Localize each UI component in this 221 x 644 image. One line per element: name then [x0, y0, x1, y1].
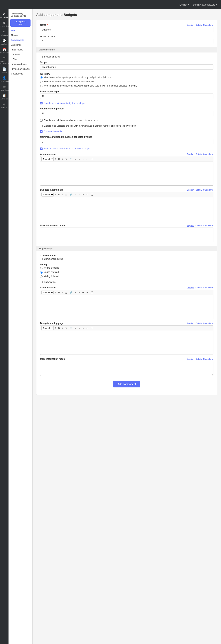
voting-finished-radio[interactable]	[40, 276, 42, 278]
more-info-lang-english[interactable]: English	[187, 224, 194, 226]
toolbar-underline-btn[interactable]: U	[64, 157, 68, 161]
step-bl-format-select[interactable]: Normal	[42, 326, 54, 330]
nav-item-files[interactable]: Files	[8, 57, 32, 62]
voting-enabled-radio[interactable]	[40, 271, 42, 274]
step-announcement-editor[interactable]	[40, 295, 214, 319]
more-info-modal-textarea[interactable]	[40, 228, 214, 242]
budgets-landing-editor[interactable]	[40, 197, 214, 221]
enable-min-budget-checkbox[interactable]	[40, 102, 42, 104]
step-more-info-lang-english[interactable]: English	[187, 358, 194, 360]
bl-toolbar-outdent-btn[interactable]: ⇤	[86, 193, 89, 196]
sidebar-item-processes[interactable]: ⚙ Processes	[0, 11, 8, 20]
sbl-toolbar-italic-btn[interactable]: I	[54, 326, 57, 330]
sa-toolbar-indent-btn[interactable]: ⇥	[81, 291, 85, 294]
step-announcement-lang-catala[interactable]: Català	[196, 286, 202, 289]
toolbar-outdent-btn[interactable]: ⇤	[86, 157, 89, 161]
language-selector[interactable]: English ▾	[180, 3, 190, 6]
sbl-toolbar-fullscreen-btn[interactable]: ⛶	[90, 326, 94, 330]
actions-permissions-checkbox-row[interactable]: Actions permissions can be set for each …	[40, 147, 214, 150]
show-votes-checkbox[interactable]	[40, 281, 42, 283]
sa-toolbar-outdent-btn[interactable]: ⇤	[86, 291, 89, 294]
more-info-lang-castellano[interactable]: Castellano	[203, 224, 214, 226]
bl-toolbar-ul-btn[interactable]: ≡	[74, 193, 77, 196]
bl-toolbar-italic-btn2[interactable]: I	[61, 193, 64, 196]
step-announcement-lang-english[interactable]: English	[187, 286, 194, 289]
voting-finished-row[interactable]: Voting finished	[40, 275, 214, 278]
toolbar-format-select[interactable]: Normal	[42, 157, 54, 161]
step-bl-lang-castellano[interactable]: Castellano	[203, 322, 214, 324]
bl-toolbar-bold-btn[interactable]: B	[57, 193, 61, 196]
bl-toolbar-italic-btn[interactable]: I	[54, 193, 57, 196]
workflow-vote-all-row[interactable]: Vote in all: allows participants to vote…	[40, 80, 214, 83]
lang-tab-catala[interactable]: Català	[196, 24, 202, 26]
toolbar-fullscreen-btn[interactable]: ⛶	[90, 157, 94, 161]
vote-threshold-input[interactable]	[40, 111, 214, 116]
scopes-enabled-checkbox-row[interactable]: Scopes enabled	[40, 56, 214, 58]
voting-disabled-radio[interactable]	[40, 267, 42, 269]
step-announcement-lang-castellano[interactable]: Castellano	[203, 286, 214, 289]
budgets-landing-format-select[interactable]: Normal	[42, 193, 54, 196]
sa-toolbar-underline-btn[interactable]: U	[64, 291, 68, 294]
sidebar-item-pages[interactable]: 📄 Pages	[0, 66, 8, 75]
sa-toolbar-italic-btn[interactable]: I	[54, 291, 57, 294]
comments-enabled-checkbox[interactable]	[40, 130, 42, 133]
budgets-landing-lang-castellano[interactable]: Castellano	[203, 189, 214, 191]
step-more-info-lang-castellano[interactable]: Castellano	[203, 358, 214, 360]
enable-min-projects-checkbox[interactable]	[40, 119, 42, 122]
projects-per-page-input[interactable]	[40, 94, 214, 99]
nav-item-folders[interactable]: Folders	[8, 52, 32, 57]
step-more-info-textarea[interactable]	[40, 361, 214, 376]
enable-selected-projects-checkbox-row[interactable]: Enable rule: Selected projects with mini…	[40, 124, 214, 127]
step-bl-lang-catala[interactable]: Català	[196, 322, 202, 324]
sbl-toolbar-italic-btn2[interactable]: I	[61, 326, 64, 330]
announcement-lang-catala[interactable]: Català	[196, 153, 202, 155]
toolbar-ol-btn[interactable]: ≡	[77, 157, 81, 161]
sidebar-item-participants[interactable]: 👤 Participants	[0, 75, 8, 84]
announcement-lang-english[interactable]: English	[187, 153, 194, 155]
workflow-vote-random-radio[interactable]	[40, 85, 42, 87]
voting-disabled-row[interactable]: Voting disabled	[40, 266, 214, 269]
view-public-page-button[interactable]: View public page	[10, 19, 30, 26]
sidebar-item-newsletters[interactable]: ✉ Newsletters	[0, 84, 8, 92]
nav-item-phases[interactable]: Phases	[8, 33, 32, 38]
workflow-vote-one-radio[interactable]	[40, 76, 42, 79]
bl-toolbar-fullscreen-btn[interactable]: ⛶	[90, 193, 94, 196]
order-position-input[interactable]	[40, 39, 214, 44]
workflow-vote-all-radio[interactable]	[40, 80, 42, 83]
comments-enabled-checkbox-row[interactable]: Comments enabled	[40, 130, 214, 133]
announcement-lang-castellano[interactable]: Castellano	[203, 153, 214, 155]
bl-toolbar-link-btn[interactable]: 🔗	[68, 193, 73, 196]
sa-toolbar-ol-btn[interactable]: ≡	[77, 291, 81, 294]
toolbar-indent-btn[interactable]: ⇥	[81, 157, 85, 161]
workflow-vote-random-row[interactable]: Vote in a random component: allows parti…	[40, 84, 214, 87]
step-more-info-lang-catala[interactable]: Català	[196, 358, 202, 360]
comments-max-length-input[interactable]	[40, 139, 214, 144]
sidebar-item-consultations[interactable]: 💬 Consultations	[0, 38, 8, 46]
sbl-toolbar-ul-btn[interactable]: ≡	[74, 326, 77, 330]
sbl-toolbar-outdent-btn[interactable]: ⇤	[86, 326, 89, 330]
nav-item-private-participants[interactable]: Private participants	[8, 66, 32, 71]
user-menu[interactable]: admin@example.org ▾	[193, 3, 217, 6]
bl-toolbar-ol-btn[interactable]: ≡	[77, 193, 81, 196]
workflow-vote-one-row[interactable]: Vote in one: allows participants to vote…	[40, 76, 214, 79]
sidebar-item-initiatives[interactable]: ✏ Initiatives	[0, 29, 8, 38]
toolbar-italic-btn2[interactable]: I	[61, 157, 64, 161]
sidebar-item-global-moderations[interactable]: 🛡 Global Moderations	[0, 55, 8, 66]
name-input[interactable]	[40, 27, 214, 32]
announcement-editor[interactable]	[40, 162, 214, 186]
sa-toolbar-link-btn[interactable]: 🔗	[68, 291, 73, 294]
budgets-landing-lang-english[interactable]: English	[187, 189, 194, 191]
step-announcement-format-select[interactable]: Normal	[42, 290, 54, 294]
sbl-toolbar-bold-btn[interactable]: B	[57, 326, 61, 330]
sbl-toolbar-ol-btn[interactable]: ≡	[77, 326, 81, 330]
bl-toolbar-indent-btn[interactable]: ⇥	[81, 193, 85, 196]
comments-blocked-checkbox[interactable]	[40, 258, 42, 260]
nav-item-components[interactable]: Components	[8, 38, 32, 42]
lang-tab-english[interactable]: English	[187, 24, 194, 26]
enable-selected-projects-checkbox[interactable]	[40, 125, 42, 127]
toolbar-bold-btn[interactable]: B	[57, 157, 61, 161]
more-info-lang-catala[interactable]: Català	[196, 224, 202, 226]
lang-tab-castellano[interactable]: Castellano	[203, 24, 214, 26]
scope-select[interactable]: Global scope	[40, 64, 214, 70]
toolbar-ul-btn[interactable]: ≡	[74, 157, 77, 161]
